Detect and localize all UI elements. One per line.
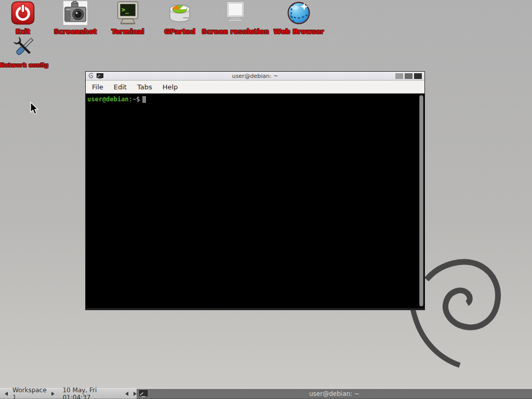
task-monitor-icon (139, 390, 148, 398)
terminal-window: user@debian: ~ File Edit Tabs Help user@… (85, 71, 425, 310)
icon-label: Network config (0, 62, 48, 69)
menu-file[interactable]: File (87, 82, 109, 92)
prompt-user-host: user@debian (87, 96, 128, 103)
workspace-prev-icon[interactable] (5, 392, 8, 396)
window-resize-handle[interactable] (86, 308, 424, 310)
icon-label: Exit (16, 28, 30, 35)
desktop-icon-web-browser[interactable]: Web Browser (265, 1, 332, 35)
menu-help[interactable]: Help (157, 82, 183, 92)
workspace-label[interactable]: Workspace 1 (12, 387, 47, 399)
shell-prompt: user@debian:~$ (87, 96, 423, 103)
icon-label: Screenshot (54, 28, 97, 35)
monitor-icon (223, 1, 247, 25)
close-button[interactable] (414, 73, 422, 79)
terminal-screen[interactable]: user@debian:~$ (86, 94, 424, 308)
prompt-dollar: $ (136, 96, 140, 103)
icon-label: GParted (164, 28, 195, 35)
icon-label: Terminal (112, 28, 144, 35)
window-titlebar[interactable]: user@debian: ~ (86, 72, 424, 81)
taskbar-clock: 10 May, Fri 01:04:37 (62, 387, 118, 399)
icon-label: Web Browser (274, 28, 324, 35)
svg-text:>_: >_ (122, 6, 129, 14)
taskbar-window-button[interactable]: user@debian: ~ (137, 389, 532, 399)
crt-terminal-icon: >_ (116, 1, 140, 25)
windowlist-prev-icon[interactable] (125, 392, 128, 396)
prompt-colon: : (128, 96, 132, 103)
terminal-cursor (142, 96, 146, 103)
desktop-icon-network-config[interactable]: Network config (0, 35, 58, 69)
menu-tabs[interactable]: Tabs (132, 82, 157, 92)
task-window-title: user@debian: ~ (309, 390, 360, 397)
mouse-cursor (30, 102, 39, 115)
terminal-scrollbar[interactable] (419, 95, 423, 307)
camera-icon (63, 1, 87, 25)
gparted-disk-icon (168, 1, 192, 25)
tools-icon (12, 35, 36, 59)
maximize-button[interactable] (405, 73, 413, 79)
icon-label: Screen resolution (202, 28, 269, 35)
minimize-button[interactable] (395, 73, 403, 79)
workspace-next-icon[interactable] (51, 392, 55, 396)
globe-browser-icon (287, 1, 311, 25)
window-title: user@debian: ~ (86, 73, 424, 79)
desktop-icon-screen-resolution[interactable]: Screen resolution (202, 1, 269, 35)
terminal-menubar: File Edit Tabs Help (86, 81, 424, 94)
taskbar: Workspace 1 10 May, Fri 01:04:37 user@de… (0, 388, 532, 399)
exit-power-icon (11, 1, 35, 25)
taskbar-left-pane: Workspace 1 10 May, Fri 01:04:37 (0, 389, 137, 399)
menu-edit[interactable]: Edit (109, 82, 132, 92)
prompt-path: ~ (132, 96, 136, 103)
